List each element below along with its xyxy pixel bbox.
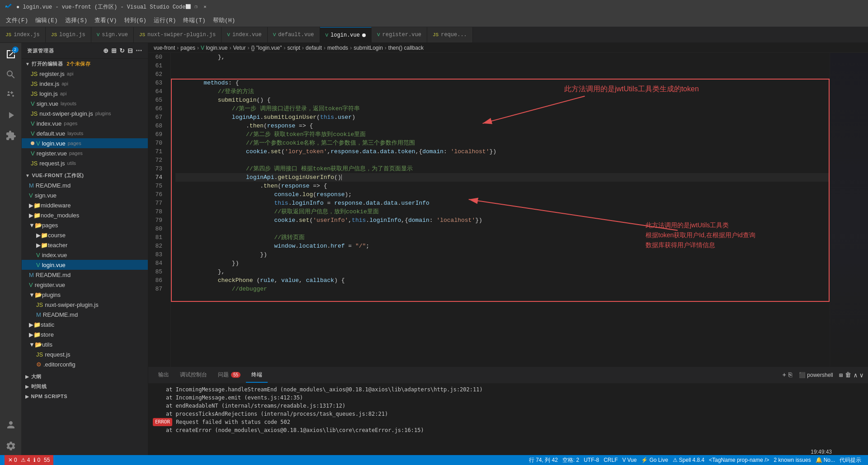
tab-nuxt-swiper[interactable]: JS nuxt-swiper-plugin.js xyxy=(134,27,222,42)
chevron-up-icon[interactable]: ∧ xyxy=(854,371,857,379)
folder-utils[interactable]: ▼ 📂 utils xyxy=(22,339,148,349)
status-go-live[interactable]: ⚡ Go Live xyxy=(639,457,670,463)
menu-file[interactable]: 文件(F) xyxy=(2,14,32,26)
open-file-login-js[interactable]: JS login.js api xyxy=(22,89,148,99)
crumb-pages[interactable]: pages xyxy=(180,45,195,51)
status-errors[interactable]: ✕ 0 ⚠ 4 ℹ 0 55 xyxy=(5,455,53,465)
explorer-icon[interactable]: 2 xyxy=(2,45,20,63)
folder-static[interactable]: ▶ 📁 static xyxy=(22,319,148,329)
refresh-icon[interactable]: ↻ xyxy=(119,47,125,54)
timeline-header[interactable]: ▶ 时间线 xyxy=(22,381,148,391)
file-request-js-utils[interactable]: JS request.js xyxy=(22,349,148,359)
crumb-vue-front[interactable]: vue-front xyxy=(154,45,175,51)
minimize-button[interactable]: ⬜ xyxy=(185,4,191,9)
status-spaces[interactable]: 空格: 2 xyxy=(560,456,581,464)
status-language[interactable]: V Vue xyxy=(620,457,639,463)
tab-register-vue[interactable]: V register.vue xyxy=(372,27,427,42)
status-notification[interactable]: 🔔 No... xyxy=(813,457,837,463)
open-file-index-vue[interactable]: V index.vue pages xyxy=(22,118,148,128)
code-content[interactable]: }, methods: { //登录的方法 submitLogin() { //… xyxy=(171,53,830,367)
more-actions-icon[interactable]: ⋯ xyxy=(136,47,142,54)
folder-teacher[interactable]: ▶ 📁 teacher xyxy=(22,240,148,250)
status-encoding[interactable]: UTF-8 xyxy=(581,457,601,463)
file-login-vue-pages[interactable]: V login.vue xyxy=(22,260,148,270)
settings-icon[interactable] xyxy=(2,437,20,455)
folder-course[interactable]: ▶ 📁 course xyxy=(22,230,148,240)
status-known-issues[interactable]: 2 known issues xyxy=(772,457,813,463)
workspace-header[interactable]: ▼ VUE-FRONT (工作区) xyxy=(22,170,148,180)
open-file-sign-vue[interactable]: V sign.vue layouts xyxy=(22,99,148,108)
open-file-default-vue[interactable]: V default.vue layouts xyxy=(22,128,148,138)
maximize-button[interactable]: ❐ xyxy=(194,4,200,9)
menu-edit[interactable]: 编辑(E) xyxy=(32,14,61,26)
crumb-then-callback[interactable]: then() callback xyxy=(388,45,424,51)
search-icon[interactable] xyxy=(2,66,20,84)
file-readme-md[interactable]: M README.md xyxy=(22,180,148,190)
open-file-index-js[interactable]: JS index.js api xyxy=(22,79,148,89)
new-file-icon[interactable]: ⊕ xyxy=(103,47,109,54)
folder-node-modules[interactable]: ▶ 📁 node_modules xyxy=(22,210,148,220)
file-register-vue[interactable]: V register.vue xyxy=(22,280,148,290)
tab-request-js[interactable]: JS reque... xyxy=(427,27,473,42)
tab-login-js[interactable]: JS login.js xyxy=(46,27,91,42)
file-readme-pages[interactable]: M README.md xyxy=(22,270,148,280)
close-button[interactable]: ✕ xyxy=(203,4,209,9)
open-file-request-js[interactable]: JS request.js utils xyxy=(22,158,148,168)
status-position[interactable]: 行 74, 列 42 xyxy=(527,456,560,464)
menu-terminal[interactable]: 终端(T) xyxy=(179,14,209,26)
tab-sign-vue[interactable]: V sign.vue xyxy=(91,27,134,42)
status-tag-name[interactable]: <TagName prop-name /> xyxy=(707,457,771,463)
open-file-register-vue[interactable]: V register.vue pages xyxy=(22,148,148,158)
folder-store[interactable]: ▶ 📁 store xyxy=(22,329,148,339)
menu-goto[interactable]: 转到(G) xyxy=(121,14,150,26)
account-icon[interactable] xyxy=(2,417,20,435)
status-spell[interactable]: ⚠ Spell 4.8.4 xyxy=(670,457,707,463)
open-editors-header[interactable]: ▼ 打开的编辑器 2个未保存 xyxy=(22,59,148,69)
status-line-ending[interactable]: CRLF xyxy=(601,457,620,463)
crumb-methods[interactable]: methods xyxy=(327,45,348,51)
panel-content[interactable]: at IncomingMessage.handleStreamEnd (node… xyxy=(148,383,868,455)
npm-scripts-header[interactable]: ▶ NPM SCRIPTS xyxy=(22,391,148,401)
outline-header[interactable]: ▶ 大纲 xyxy=(22,371,148,381)
menu-help[interactable]: 帮助(H) xyxy=(209,14,239,26)
add-terminal-icon[interactable]: + xyxy=(783,371,786,379)
file-sign-vue[interactable]: V sign.vue xyxy=(22,190,148,200)
crumb-vetur[interactable]: Vetur xyxy=(233,45,245,51)
status-extra[interactable]: 代码提示 xyxy=(837,456,863,464)
tab-index-js[interactable]: JS index.js xyxy=(0,27,46,42)
crumb-default[interactable]: default xyxy=(306,45,322,51)
crumb-login-vue[interactable]: V login.vue xyxy=(201,45,227,51)
crumb-script[interactable]: script xyxy=(287,45,300,51)
open-file-register-js[interactable]: JS register.js api xyxy=(22,69,148,79)
split-terminal-icon[interactable]: ⎘ xyxy=(788,371,792,379)
menu-select[interactable]: 选择(S) xyxy=(61,14,91,26)
menu-view[interactable]: 查看(V) xyxy=(91,14,120,26)
panel-tab-terminal[interactable]: 终端 xyxy=(246,367,268,383)
tab-login-vue[interactable]: V login.vue xyxy=(320,27,372,42)
chevron-down-icon[interactable]: ∨ xyxy=(860,371,863,379)
source-control-icon[interactable] xyxy=(2,86,20,104)
tab-default-vue[interactable]: V default.vue xyxy=(268,27,320,42)
panel-tab-debug[interactable]: 调试控制台 xyxy=(175,367,212,383)
open-file-nuxt-swiper[interactable]: JS nuxt-swiper-plugin.js plugins xyxy=(22,108,148,118)
crumb-submit-login[interactable]: submitLogin xyxy=(354,45,383,51)
open-file-login-vue[interactable]: V login.vue pages xyxy=(22,138,148,148)
file-nuxt-swiper-plugins[interactable]: JS nuxt-swiper-plugin.js xyxy=(22,300,148,310)
extensions-icon[interactable] xyxy=(2,127,20,145)
folder-middleware[interactable]: ▶ 📁 middleware xyxy=(22,200,148,210)
folder-pages[interactable]: ▼ 📂 pages xyxy=(22,220,148,230)
folder-plugins[interactable]: ▼ 📂 plugins xyxy=(22,290,148,300)
collapse-all-icon[interactable]: ⊟ xyxy=(127,47,133,54)
file-index-vue-pages[interactable]: V index.vue xyxy=(22,250,148,260)
tab-index-vue[interactable]: V index.vue xyxy=(222,27,267,42)
trash-icon[interactable]: 🗑 xyxy=(845,371,851,379)
panel-tab-output[interactable]: 输出 xyxy=(153,367,175,383)
panel-tab-problems[interactable]: 问题 55 xyxy=(212,367,246,383)
new-folder-icon[interactable]: ⊞ xyxy=(111,47,117,54)
crumb-json-obj[interactable]: {} "login.vue" xyxy=(251,45,282,51)
file-editorconfig[interactable]: ⚙ .editorconfig xyxy=(22,359,148,369)
file-readme-plugins[interactable]: M README.md xyxy=(22,310,148,319)
run-icon[interactable] xyxy=(2,106,20,124)
menu-run[interactable]: 运行(R) xyxy=(150,14,179,26)
more-terminals-icon[interactable]: ⊞ xyxy=(839,371,843,379)
